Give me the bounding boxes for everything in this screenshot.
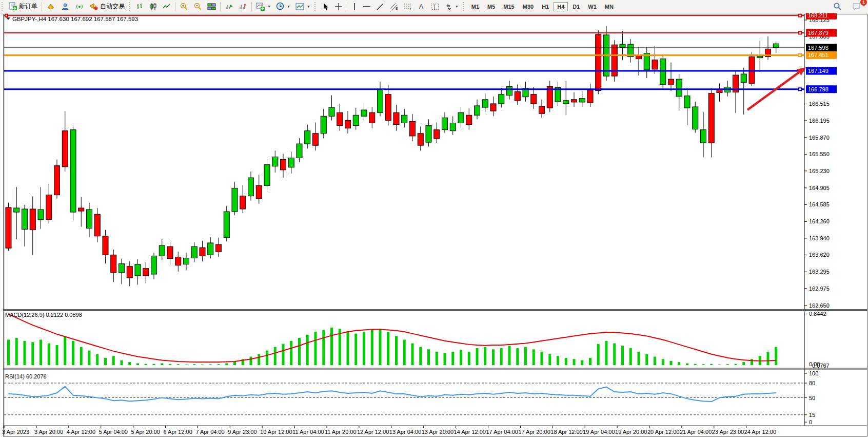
tf-button-D1[interactable]: D1 bbox=[569, 2, 583, 11]
candle-body bbox=[46, 195, 52, 220]
periods-button[interactable]: ▼ bbox=[273, 1, 293, 12]
time-tick-label: 24 Apr 12:00 bbox=[744, 429, 776, 435]
autotrading-button[interactable]: 自动交易 bbox=[87, 1, 127, 12]
cursor-button[interactable] bbox=[319, 1, 332, 12]
price-line-166.798[interactable]: 166.798 bbox=[4, 85, 837, 93]
price-line-167.879[interactable]: 167.879 bbox=[4, 29, 837, 36]
rsi-line bbox=[9, 387, 776, 402]
tf-button-M5[interactable]: M5 bbox=[484, 2, 499, 11]
tf-button-H4[interactable]: H4 bbox=[554, 2, 568, 11]
tf-button-MN[interactable]: MN bbox=[601, 2, 617, 11]
timeframe-toolbar: M1M5M15M30H1H4D1W1MN bbox=[467, 2, 618, 11]
rsi-pane[interactable]: RSI(14) 60.20761008050150 bbox=[4, 370, 818, 425]
candlestick-chart-button[interactable] bbox=[147, 1, 160, 12]
tf-button-M30[interactable]: M30 bbox=[519, 2, 537, 11]
svg-text:T: T bbox=[433, 4, 436, 10]
text-button[interactable]: A bbox=[416, 1, 428, 12]
candle-body bbox=[499, 94, 504, 104]
candle-body bbox=[676, 79, 682, 97]
candle-body bbox=[353, 115, 359, 125]
toolbar-drag-handle[interactable] bbox=[463, 2, 466, 11]
time-axis[interactable]: 3 Apr 20233 Apr 20:004 Apr 12:005 Apr 04… bbox=[2, 426, 776, 435]
candle-body bbox=[475, 106, 480, 115]
candle-body bbox=[167, 246, 173, 258]
candle-body bbox=[281, 160, 286, 170]
templates-button[interactable]: ▼ bbox=[293, 1, 313, 12]
toolbar-drag-handle[interactable] bbox=[314, 2, 318, 11]
tf-button-H1[interactable]: H1 bbox=[538, 2, 553, 11]
symbol-ohlc-label: GBPJPY-,H4 167.630 167.692 167.587 167.5… bbox=[12, 16, 138, 22]
crosshair-button[interactable] bbox=[332, 1, 345, 12]
candle-body bbox=[531, 94, 537, 104]
equidistant-channel-button[interactable]: E bbox=[387, 1, 401, 12]
auto-scroll-button[interactable] bbox=[222, 1, 236, 12]
chart-canvas[interactable]: 168.125167.805166.515166.195165.870165.5… bbox=[0, 13, 868, 437]
text-label-button[interactable]: T bbox=[428, 1, 442, 12]
price-tick-label: 165.230 bbox=[809, 168, 830, 174]
price-axis[interactable]: 168.125167.805166.515166.195165.870165.5… bbox=[804, 17, 830, 309]
equidistant-channel-icon: E bbox=[389, 3, 399, 11]
horizontal-line-button[interactable] bbox=[360, 2, 373, 12]
market-button[interactable] bbox=[58, 1, 72, 12]
time-tick-label: 19 Apr 20:00 bbox=[615, 429, 647, 435]
zoom-out-icon bbox=[193, 2, 202, 11]
fibonacci-icon: F bbox=[404, 3, 413, 11]
macd-pane[interactable]: MACD(12,26,9) 0.2122 0.08980.84420.000.0… bbox=[5, 311, 830, 369]
tf-button-W1[interactable]: W1 bbox=[584, 2, 600, 11]
templates-icon bbox=[295, 3, 305, 11]
tf-button-M15[interactable]: M15 bbox=[500, 2, 518, 11]
new-order-button[interactable]: 新订单 bbox=[6, 1, 40, 12]
tile-windows-button[interactable] bbox=[205, 1, 219, 12]
candle-body bbox=[216, 244, 222, 252]
price-line-167.593[interactable]: 167.593 bbox=[4, 44, 837, 52]
candle-body bbox=[418, 134, 423, 145]
chart-window[interactable]: 168.125167.805166.515166.195165.870165.5… bbox=[0, 13, 868, 437]
dropdown-caret-icon: ▼ bbox=[455, 5, 459, 8]
bar-chart-button[interactable] bbox=[133, 1, 147, 12]
vertical-line-button[interactable] bbox=[349, 1, 360, 12]
main-toolbar: 新订单 自动交易 ▼ bbox=[0, 0, 868, 13]
candle-body bbox=[127, 267, 132, 278]
candle-body bbox=[684, 96, 690, 108]
rsi-tick-label: 80 bbox=[809, 380, 815, 386]
metaeditor-button[interactable] bbox=[44, 1, 58, 12]
periods-clock-icon bbox=[276, 2, 285, 11]
candle-body bbox=[264, 165, 270, 186]
new-order-icon bbox=[9, 2, 17, 11]
candle-body bbox=[94, 214, 100, 236]
trendline-button[interactable] bbox=[373, 1, 387, 12]
toolbar-separator bbox=[175, 2, 175, 11]
candle-body bbox=[636, 56, 642, 59]
candle-body bbox=[701, 130, 706, 143]
candle-body bbox=[184, 258, 189, 264]
signals-button[interactable] bbox=[72, 1, 87, 12]
search-button[interactable] bbox=[831, 1, 844, 12]
zoom-in-button[interactable] bbox=[177, 1, 191, 12]
candle-body bbox=[62, 131, 68, 167]
time-tick-label: 23 Apr 23:00 bbox=[712, 429, 744, 435]
arrows-button[interactable]: ▼ bbox=[442, 1, 461, 12]
fibonacci-button[interactable]: F bbox=[401, 1, 416, 12]
text-label-icon: T bbox=[430, 3, 440, 11]
market-icon bbox=[61, 3, 70, 11]
notifications-button[interactable]: 1 bbox=[850, 1, 864, 12]
toolbar-drag-handle[interactable] bbox=[2, 2, 5, 11]
zoom-out-button[interactable] bbox=[191, 1, 205, 12]
svg-text:A: A bbox=[419, 3, 423, 10]
chart-shift-button[interactable] bbox=[236, 1, 250, 12]
candle-body bbox=[393, 112, 399, 124]
price-tick-label: 165.550 bbox=[809, 151, 830, 157]
zoom-in-icon bbox=[180, 2, 188, 11]
tf-button-M1[interactable]: M1 bbox=[468, 2, 483, 11]
text-icon: A bbox=[418, 3, 425, 10]
line-chart-icon bbox=[163, 3, 171, 11]
line-chart-button[interactable] bbox=[160, 1, 173, 12]
price-line-167.451[interactable]: 167.451 bbox=[4, 51, 837, 59]
candle-body bbox=[571, 100, 577, 102]
candle-body bbox=[103, 236, 108, 255]
price-line-value: 168.211 bbox=[808, 13, 828, 18]
price-line-167.149[interactable]: 167.149 bbox=[4, 67, 837, 75]
toolbar-drag-handle[interactable] bbox=[129, 2, 132, 11]
indicators-button[interactable]: ▼ bbox=[253, 1, 273, 12]
toolbar-right-group: 1 bbox=[831, 1, 864, 12]
